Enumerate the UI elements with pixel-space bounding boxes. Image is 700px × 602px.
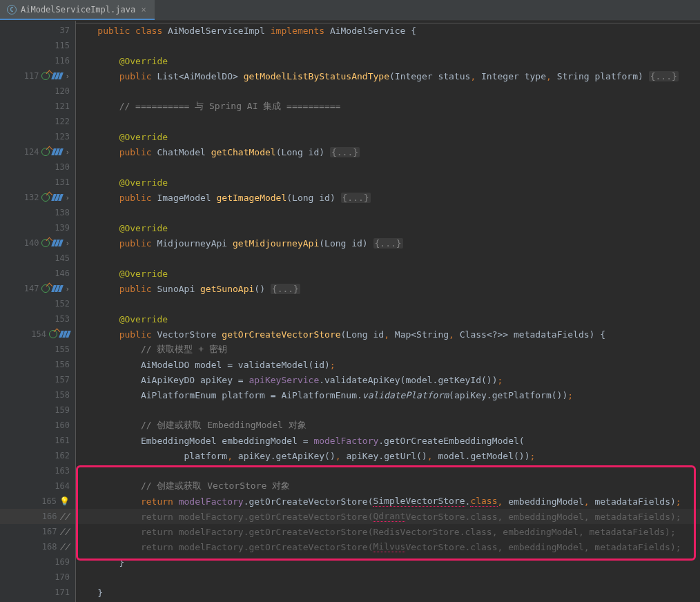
gutter-row[interactable]: 146 xyxy=(0,266,75,281)
gutter-row[interactable]: 130 xyxy=(0,159,75,175)
gutter-row[interactable]: 158 xyxy=(0,387,75,402)
gutter-row[interactable]: 154 xyxy=(0,327,75,342)
gutter-row[interactable]: 160 xyxy=(0,418,75,433)
override-icon[interactable] xyxy=(41,239,50,247)
gutter-row[interactable]: 155 xyxy=(0,342,75,357)
gutter-row[interactable]: 145 xyxy=(0,251,75,266)
gutter-row[interactable]: 124› xyxy=(0,144,75,159)
expand-chevron-icon[interactable]: › xyxy=(65,193,70,202)
gutter-row[interactable]: 147› xyxy=(0,281,75,296)
code-line[interactable]: return modelFactory.getOrCreateVectorSto… xyxy=(76,524,700,539)
code-line[interactable]: AiApiKeyDO apiKey = apiKeyService.valida… xyxy=(76,372,700,387)
gutter-row[interactable]: 138 xyxy=(0,205,75,220)
gutter-row[interactable]: 166// xyxy=(0,509,75,524)
code-line[interactable] xyxy=(76,296,700,311)
gutter-row[interactable]: 123 xyxy=(0,129,75,144)
code-line[interactable]: @Override xyxy=(76,220,700,235)
code-line[interactable]: public class AiModelServiceImpl implemen… xyxy=(76,23,700,38)
gutter-row[interactable]: 157 xyxy=(0,372,75,387)
code-line[interactable]: return modelFactory.getOrCreateVectorSto… xyxy=(76,509,700,524)
author-mark-icon[interactable] xyxy=(52,148,62,155)
close-icon[interactable]: × xyxy=(139,6,148,14)
gutter-row[interactable]: 37 xyxy=(0,23,75,38)
gutter-row[interactable]: 121 xyxy=(0,99,75,114)
code-line[interactable]: public MidjourneyApi getMidjourneyApi(Lo… xyxy=(76,235,700,251)
gutter-row[interactable]: 120 xyxy=(0,84,75,99)
code-line[interactable]: EmbeddingModel embeddingModel = modelFac… xyxy=(76,433,700,448)
author-mark-icon[interactable] xyxy=(52,240,62,246)
code-line[interactable]: @Override xyxy=(76,311,700,327)
gutter-row[interactable]: 169 xyxy=(0,554,75,570)
expand-chevron-icon[interactable]: › xyxy=(65,148,70,157)
code-line[interactable]: @Override xyxy=(76,129,700,144)
gutter-row[interactable]: 167// xyxy=(0,524,75,539)
gutter-row[interactable]: 168// xyxy=(0,539,75,554)
code-line[interactable] xyxy=(76,159,700,175)
code-line[interactable] xyxy=(76,463,700,478)
code-line[interactable]: } xyxy=(76,554,700,570)
code-line[interactable]: return modelFactory.getOrCreateVectorSto… xyxy=(76,494,700,509)
code-line[interactable]: @Override xyxy=(76,175,700,190)
author-mark-icon[interactable] xyxy=(52,285,62,292)
code-line[interactable]: // 获取模型 + 密钥 xyxy=(76,342,700,357)
gutter-row[interactable]: 140› xyxy=(0,235,75,251)
gutter-row[interactable]: 161 xyxy=(0,433,75,448)
expand-chevron-icon[interactable]: › xyxy=(65,72,70,81)
gutter[interactable]: 37115116117›120121122123124›130131132›13… xyxy=(0,21,76,602)
code-line[interactable] xyxy=(76,251,700,266)
gutter-row[interactable]: 117› xyxy=(0,68,75,84)
gutter-row[interactable]: 116 xyxy=(0,53,75,68)
override-icon[interactable] xyxy=(41,72,50,80)
gutter-row[interactable]: 164 xyxy=(0,478,75,494)
gutter-row[interactable]: 132› xyxy=(0,190,75,205)
intention-bulb-icon[interactable]: 💡 xyxy=(59,496,70,506)
override-icon[interactable] xyxy=(41,284,50,293)
gutter-row[interactable]: 163 xyxy=(0,463,75,478)
code-area[interactable]: public class AiModelServiceImpl implemen… xyxy=(76,21,700,602)
gutter-row[interactable]: 122 xyxy=(0,114,75,129)
code-line[interactable] xyxy=(76,205,700,220)
code-line[interactable] xyxy=(76,402,700,418)
gutter-row[interactable]: 152 xyxy=(0,296,75,311)
code-line[interactable]: @Override xyxy=(76,53,700,68)
code-token: @Override xyxy=(119,314,168,324)
override-icon[interactable] xyxy=(49,330,57,338)
gutter-row[interactable]: 156 xyxy=(0,357,75,372)
code-line[interactable]: public ImageModel getImageModel(Long id)… xyxy=(76,190,700,205)
gutter-row[interactable]: 115 xyxy=(0,38,75,53)
code-line[interactable] xyxy=(76,38,700,53)
gutter-row[interactable]: 162 xyxy=(0,448,75,463)
code-editor[interactable]: 37115116117›120121122123124›130131132›13… xyxy=(0,21,700,602)
file-tab[interactable]: C AiModelServiceImpl.java × xyxy=(0,0,155,20)
gutter-row[interactable]: 153 xyxy=(0,311,75,327)
gutter-row[interactable]: 139 xyxy=(0,220,75,235)
gutter-row[interactable]: 165💡 xyxy=(0,494,75,509)
code-line[interactable]: @Override xyxy=(76,266,700,281)
code-line[interactable]: return modelFactory.getOrCreateVectorSto… xyxy=(76,539,700,554)
gutter-row[interactable]: 159 xyxy=(0,402,75,418)
gutter-row[interactable]: 171 xyxy=(0,585,75,600)
gutter-row[interactable]: 170 xyxy=(0,570,75,585)
expand-chevron-icon[interactable]: › xyxy=(65,239,70,248)
code-line[interactable]: public VectorStore getOrCreateVectorStor… xyxy=(76,327,700,342)
override-icon[interactable] xyxy=(41,193,50,202)
override-icon[interactable] xyxy=(41,148,50,156)
code-line[interactable]: AiModelDO model = validateModel(id); xyxy=(76,357,700,372)
code-line[interactable]: public ChatModel getChatModel(Long id) {… xyxy=(76,144,700,159)
gutter-row[interactable]: 131 xyxy=(0,175,75,190)
code-line[interactable]: // 创建或获取 VectorStore 对象 xyxy=(76,478,700,494)
expand-chevron-icon[interactable]: › xyxy=(65,284,70,293)
code-line[interactable] xyxy=(76,114,700,129)
code-line[interactable]: } xyxy=(76,585,700,600)
code-line[interactable]: platform, apiKey.getApiKey(), apiKey.get… xyxy=(76,448,700,463)
code-line[interactable]: // ========== 与 Spring AI 集成 ========== xyxy=(76,99,700,114)
code-line[interactable] xyxy=(76,84,700,99)
author-mark-icon[interactable] xyxy=(52,72,62,79)
code-line[interactable]: // 创建或获取 EmbeddingModel 对象 xyxy=(76,418,700,433)
author-mark-icon[interactable] xyxy=(60,331,70,338)
author-mark-icon[interactable] xyxy=(52,194,62,201)
code-line[interactable] xyxy=(76,570,700,585)
code-line[interactable]: AiPlatformEnum platform = AiPlatformEnum… xyxy=(76,387,700,402)
code-line[interactable]: public List<AiModelDO> getModelListBySta… xyxy=(76,68,700,84)
code-line[interactable]: public SunoApi getSunoApi() {...} xyxy=(76,281,700,296)
